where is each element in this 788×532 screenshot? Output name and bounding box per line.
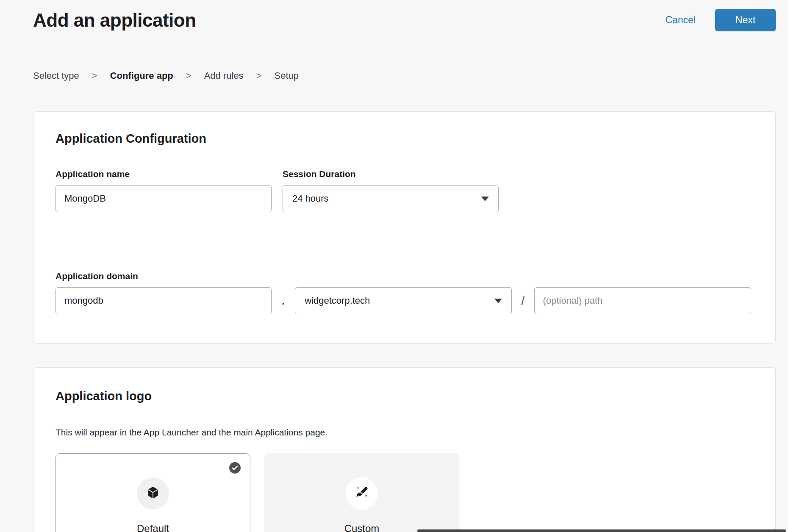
- step-separator-icon: >: [256, 70, 262, 82]
- logo-card-description: This will appear in the App Launcher and…: [55, 427, 753, 438]
- step-add-rules[interactable]: Add rules: [204, 70, 244, 82]
- name-duration-row: Application name Session Duration 24 hou…: [55, 169, 753, 212]
- session-duration-field-group: Session Duration 24 hours: [283, 169, 499, 212]
- step-setup[interactable]: Setup: [274, 70, 299, 82]
- check-circle-icon: [229, 462, 241, 474]
- default-logo-circle: [137, 477, 169, 510]
- step-configure-app[interactable]: Configure app: [110, 70, 173, 82]
- application-domain-row: . widgetcorp.tech /: [55, 287, 753, 314]
- cube-icon: [145, 485, 161, 502]
- subdomain-input[interactable]: [55, 287, 272, 314]
- step-select-type[interactable]: Select type: [33, 70, 79, 82]
- application-name-field-group: Application name: [55, 169, 272, 212]
- header-actions: Cancel Next: [665, 9, 776, 31]
- config-card-title: Application Configuration: [55, 131, 753, 146]
- breadcrumb-stepper: Select type > Configure app > Add rules …: [33, 70, 776, 82]
- page-title: Add an application: [33, 8, 196, 32]
- application-domain-field-group: Application domain . widgetcorp.tech /: [55, 271, 753, 314]
- domain-select-value: widgetcorp.tech: [305, 295, 370, 306]
- step-separator-icon: >: [186, 70, 191, 82]
- application-logo-card: Application logo This will appear in the…: [33, 367, 776, 532]
- logo-card-title: Application logo: [55, 389, 753, 403]
- horizontal-scrollbar-thumb[interactable]: [417, 529, 786, 532]
- page-header: Add an application Cancel Next: [33, 8, 776, 32]
- chevron-down-icon: [494, 299, 502, 303]
- domain-dot-separator: .: [282, 294, 285, 308]
- application-domain-label: Application domain: [55, 271, 753, 281]
- session-duration-label: Session Duration: [283, 169, 499, 179]
- domain-select[interactable]: widgetcorp.tech: [295, 287, 512, 314]
- paintbrush-icon: [354, 485, 370, 502]
- application-configuration-card: Application Configuration Application na…: [33, 111, 776, 344]
- cancel-button[interactable]: Cancel: [665, 14, 696, 26]
- logo-option-custom[interactable]: Custom: [264, 453, 459, 532]
- domain-slash-separator: /: [521, 294, 524, 308]
- logo-option-default[interactable]: Default: [55, 453, 250, 532]
- application-name-input[interactable]: [55, 185, 272, 212]
- next-button[interactable]: Next: [715, 9, 776, 31]
- application-name-label: Application name: [55, 169, 272, 179]
- step-separator-icon: >: [92, 70, 97, 82]
- session-duration-value: 24 hours: [292, 193, 329, 204]
- add-application-page: Add an application Cancel Next Select ty…: [0, 0, 788, 532]
- logo-option-custom-label: Custom: [344, 522, 380, 532]
- logo-option-default-label: Default: [137, 522, 169, 532]
- custom-logo-circle: [346, 477, 378, 510]
- path-input[interactable]: [534, 287, 751, 314]
- logo-options-row: Default Custom: [55, 453, 753, 532]
- session-duration-select[interactable]: 24 hours: [283, 185, 499, 212]
- chevron-down-icon: [481, 197, 489, 201]
